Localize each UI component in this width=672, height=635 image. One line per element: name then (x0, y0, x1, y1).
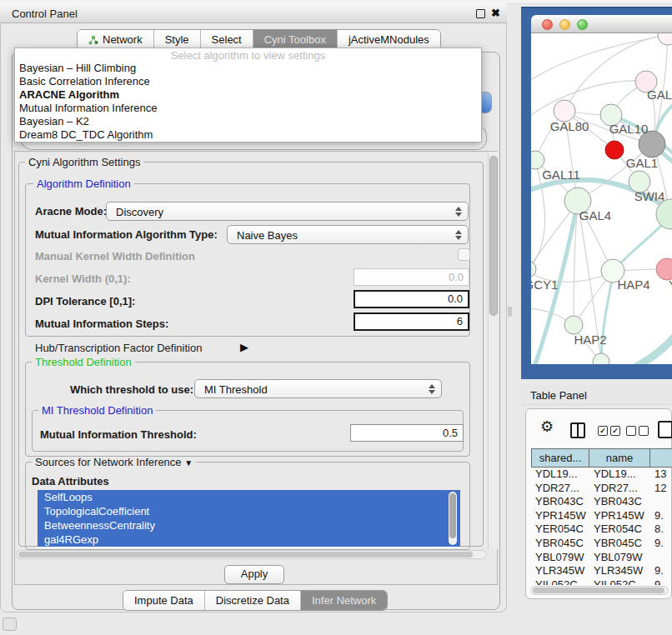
table-cell[interactable]: YBL079W (589, 551, 650, 565)
algorithm-option-bayesian-k2[interactable]: Bayesian – K2 (15, 115, 481, 128)
table-cell[interactable]: YBR043C (589, 495, 650, 509)
inference-algorithm-combo-fragment[interactable] (480, 92, 492, 113)
hub-disclosure-arrow-icon[interactable]: ▶ (240, 341, 248, 353)
table-row[interactable]: YDL19...YDL19...13 (531, 468, 672, 482)
tab-infer-network[interactable]: Infer Network (300, 591, 387, 610)
mi-algorithm-type-combo[interactable]: Naive Bayes (227, 225, 469, 244)
algorithm-option-mutual-information-inference[interactable]: Mutual Information Inference (15, 102, 481, 115)
table-row[interactable]: YBR043CYBR043C (531, 495, 672, 509)
network-window-titlebar[interactable] (531, 15, 672, 33)
tab-network[interactable]: Network (78, 30, 153, 49)
table-cell[interactable]: 12 (650, 482, 672, 496)
table-cell[interactable] (650, 495, 672, 509)
column-header-extra[interactable] (650, 448, 672, 468)
table-cell[interactable]: YDL19... (589, 468, 650, 482)
gear-icon[interactable]: ⚙ (540, 419, 554, 434)
settings-horizontal-scrollbar[interactable] (16, 550, 487, 559)
scrollbar-thumb[interactable] (533, 588, 664, 593)
network-node[interactable] (605, 141, 624, 159)
select-all-checkboxes-icon[interactable]: ✓ ✓ (598, 426, 620, 436)
table-row[interactable]: YLR345WYLR345W9. (531, 564, 672, 578)
algorithm-option-aracne-algorithm[interactable]: ARACNE Algorithm (15, 88, 481, 102)
settings-vertical-scrollbar[interactable] (488, 152, 498, 549)
table-cell[interactable]: YBR045C (589, 537, 650, 551)
dpi-tolerance-field[interactable]: 0.0 (354, 290, 469, 308)
table-horizontal-scrollbar[interactable] (530, 586, 669, 595)
column-header-name[interactable]: name (589, 448, 650, 468)
manual-kernel-width-checkbox[interactable] (458, 248, 470, 261)
scrollbar-thumb[interactable] (489, 156, 498, 316)
attribute-item-topologicalcoefficient[interactable]: TopologicalCoefficient (38, 504, 460, 518)
threshold-definition-title: Threshold Definition (32, 357, 135, 368)
table-cell[interactable]: YLR345W (589, 564, 650, 578)
attributes-list-scrollbar[interactable] (449, 492, 457, 545)
table-row[interactable]: YDR27...YDR27...12 (531, 482, 672, 496)
panel-divider-handle[interactable] (508, 307, 512, 317)
unchecked-box-icon (639, 426, 649, 436)
table-cell[interactable]: 9 (650, 578, 672, 585)
sources-disclosure-arrow-icon[interactable]: ▼ (184, 458, 193, 468)
table-cell[interactable]: 8. (650, 522, 672, 537)
tab-impute-data[interactable]: Impute Data (123, 591, 204, 610)
aracne-mode-combo[interactable]: Discovery (106, 202, 469, 221)
kernel-width-field[interactable]: 0.0 (354, 268, 469, 286)
export-table-icon[interactable] (658, 421, 672, 438)
network-edge (636, 337, 672, 364)
close-icon[interactable]: ✖ (491, 7, 500, 19)
table-cell[interactable]: YLR345W (531, 564, 589, 578)
table-cell[interactable]: YDR27... (589, 482, 650, 496)
network-node[interactable] (658, 33, 672, 45)
network-node[interactable] (564, 316, 583, 334)
which-threshold-label: Which threshold to use: (70, 383, 193, 396)
tab-select[interactable]: Select (200, 30, 253, 49)
table-cell[interactable]: YDL19... (531, 468, 589, 482)
panel-toggle-icon[interactable] (3, 618, 17, 631)
table-row[interactable]: YIL052CYIL052C9 (531, 578, 672, 585)
table-cell[interactable]: YDR27... (531, 482, 589, 496)
tab-style[interactable]: Style (153, 30, 200, 49)
columns-icon[interactable] (570, 422, 585, 438)
network-node-label: GAL11 (542, 168, 580, 182)
minimize-traffic-light-icon[interactable] (559, 19, 570, 30)
mi-threshold-field[interactable]: 0.5 (350, 424, 464, 442)
table-row[interactable]: YER054CYER054C8. (531, 522, 672, 537)
table-cell[interactable]: YIL052C (531, 578, 589, 585)
network-canvas[interactable]: GALGAL80GAL10GAL1GAL11SWI4GAL4GCY1HAP4YH… (531, 33, 672, 364)
mi-steps-field[interactable]: 6 (354, 312, 469, 331)
table-header-row: shared...name (531, 448, 672, 468)
which-threshold-combo[interactable]: MI Threshold (194, 379, 442, 398)
table-cell[interactable]: 9. (650, 537, 672, 551)
table-cell[interactable]: YBR043C (531, 495, 589, 509)
tab-cyni-toolbox[interactable]: Cyni Toolbox (253, 30, 337, 49)
scrollbar-thumb[interactable] (18, 552, 473, 558)
apply-button[interactable]: Apply (224, 565, 284, 584)
attribute-item-gal4rgexp[interactable]: gal4RGexp (38, 532, 460, 547)
table-cell[interactable]: YPR145W (589, 509, 650, 523)
deselect-all-checkboxes-icon[interactable] (626, 426, 649, 436)
table-cell[interactable]: 13 (650, 468, 672, 482)
scrollbar-thumb[interactable] (449, 493, 456, 538)
table-cell[interactable]: YPR145W (531, 509, 589, 523)
column-header-shared-[interactable]: shared... (531, 448, 589, 468)
table-cell[interactable]: YER054C (531, 522, 589, 537)
table-row[interactable]: YPR145WYPR145W9. (531, 509, 672, 523)
table-cell[interactable]: YIL052C (589, 578, 650, 585)
float-window-icon[interactable] (476, 9, 485, 18)
tab-jactivemnodules[interactable]: jActiveMNodules (337, 30, 440, 49)
algorithm-option-basic-correlation-inference[interactable]: Basic Correlation Inference (15, 75, 481, 88)
tab-discretize-data[interactable]: Discretize Data (204, 591, 300, 610)
table-cell[interactable] (650, 551, 672, 565)
table-row[interactable]: YBL079WYBL079W (531, 551, 672, 565)
table-cell[interactable]: YER054C (589, 522, 650, 537)
table-cell[interactable]: YBL079W (531, 551, 589, 565)
close-traffic-light-icon[interactable] (542, 19, 553, 30)
table-cell[interactable]: YBR045C (531, 537, 589, 551)
table-row[interactable]: YBR045CYBR045C9. (531, 537, 672, 551)
table-cell[interactable]: 9. (650, 509, 672, 523)
algorithm-option-dream8-dc-tdc-algorithm[interactable]: Dream8 DC_TDC Algorithm (15, 128, 481, 142)
table-cell[interactable]: 9. (650, 564, 672, 578)
algorithm-option-bayesian-hill-climbing[interactable]: Bayesian – Hill Climbing (15, 62, 481, 75)
zoom-traffic-light-icon[interactable] (577, 19, 588, 30)
attribute-item-selfloops[interactable]: SelfLoops (38, 490, 460, 504)
attribute-item-betweennesscentrality[interactable]: BetweennessCentrality (38, 518, 460, 532)
